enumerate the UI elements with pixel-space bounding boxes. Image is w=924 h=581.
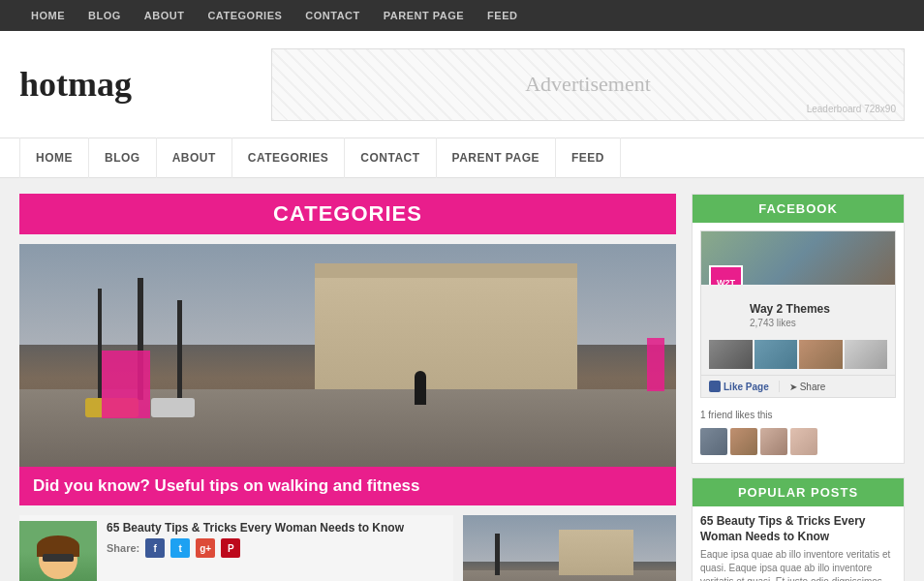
tree-2	[177, 300, 182, 401]
featured-image-bg	[19, 244, 676, 467]
ad-text: Advertisement	[525, 72, 651, 97]
content-area: CATEGORIES	[19, 194, 676, 581]
top-nav-about[interactable]: ABOUT	[133, 10, 197, 21]
facebook-share-icon[interactable]: f	[145, 538, 165, 558]
ad-size-label: Leaderboard 728x90	[807, 104, 896, 114]
fb-friend-img-2	[730, 428, 757, 455]
featured-title[interactable]: Did you know? Useful tips on walking and…	[19, 467, 676, 505]
scene-building	[559, 530, 633, 576]
facebook-cover: W2T	[701, 231, 895, 285]
avatar-illustration	[19, 521, 97, 581]
facebook-images-row	[701, 334, 895, 375]
top-nav-feed[interactable]: FEED	[476, 10, 529, 21]
popular-posts-widget: POPULAR POSTS 65 Beauty Tips & Tricks Ev…	[692, 477, 905, 581]
post-right-image-container	[463, 515, 676, 581]
facebook-like-label: Like Page	[724, 382, 769, 392]
pink-overlay-left	[102, 351, 150, 418]
post-main-left: 65 Beauty Tips & Tricks Every Woman Need…	[19, 515, 453, 581]
post-right-image	[463, 515, 676, 581]
fb-friend-img-4	[790, 428, 817, 455]
facebook-widget-header: FACEBOOK	[693, 195, 904, 223]
pink-overlay-right	[647, 338, 664, 391]
facebook-share-label: Share	[800, 382, 826, 392]
sec-nav-categories[interactable]: CATEGORIES	[232, 138, 345, 178]
facebook-likes-count: 2,743 likes	[701, 318, 895, 334]
top-nav-categories[interactable]: CATEGORIES	[196, 10, 293, 21]
avatar-glasses	[43, 554, 74, 562]
sec-nav-contact[interactable]: CONTACT	[345, 138, 436, 178]
fb-img-1	[709, 340, 753, 369]
twitter-share-icon[interactable]: t	[170, 538, 190, 558]
post-content: 65 Beauty Tips & Tricks Every Woman Need…	[107, 521, 453, 581]
pinterest-share-icon[interactable]: P	[221, 538, 240, 558]
facebook-share-button[interactable]: ➤ Share	[789, 382, 826, 392]
gplus-share-icon[interactable]: g+	[196, 538, 215, 558]
top-nav-contact[interactable]: CONTACT	[293, 10, 371, 21]
categories-heading: CATEGORIES	[19, 194, 676, 234]
site-header: hotmag Advertisement Leaderboard 728x90	[0, 31, 924, 138]
facebook-friends-images	[693, 424, 904, 463]
popular-post-excerpt-1: Eaque ipsa quae ab illo inventore verita…	[700, 548, 896, 581]
share-label: Share:	[107, 542, 139, 554]
site-logo: hotmag	[19, 64, 271, 105]
facebook-like-icon	[709, 381, 721, 392]
facebook-like-button[interactable]: Like Page	[709, 381, 780, 392]
popular-post-item-1: 65 Beauty Tips & Tricks Every Woman Need…	[693, 506, 904, 581]
post-below-featured: 65 Beauty Tips & Tricks Every Woman Need…	[19, 515, 676, 581]
sec-nav-blog[interactable]: BLOG	[89, 138, 157, 178]
featured-post: Did you know? Useful tips on walking and…	[19, 244, 676, 505]
scene-tree	[495, 534, 500, 575]
top-nav-parent-page[interactable]: PARENT PAGE	[372, 10, 476, 21]
facebook-actions: Like Page ➤ Share	[701, 375, 895, 397]
share-bar: Share: f t g+ P	[107, 538, 453, 558]
advertisement-banner: Advertisement Leaderboard 728x90	[271, 48, 905, 121]
building-bg	[315, 278, 577, 401]
fb-friend-img-1	[700, 428, 727, 455]
facebook-friend-text: 1 friend likes this	[693, 406, 904, 424]
avatar-head	[39, 540, 77, 579]
car-2	[151, 398, 195, 417]
featured-image	[19, 244, 676, 467]
top-nav-blog[interactable]: BLOG	[77, 10, 133, 21]
fb-img-3	[799, 340, 843, 369]
facebook-preview: W2T Way 2 Themes 2,743 likes Like Page	[700, 230, 896, 398]
post-item-small: 65 Beauty Tips & Tricks Every Woman Need…	[19, 515, 453, 581]
sec-nav-feed[interactable]: FEED	[556, 138, 621, 178]
popular-post-text-1: 65 Beauty Tips & Tricks Every Woman Need…	[700, 514, 896, 581]
fb-friend-img-3	[760, 428, 787, 455]
sec-nav-home[interactable]: HOME	[19, 138, 89, 178]
post-title-link[interactable]: 65 Beauty Tips & Tricks Every Woman Need…	[107, 521, 453, 535]
sec-nav-parent-page[interactable]: PARENT PAGE	[437, 138, 556, 178]
main-content: CATEGORIES	[0, 178, 924, 581]
sec-nav-about[interactable]: ABOUT	[157, 138, 232, 178]
top-navigation: HOME BLOG ABOUT CATEGORIES CONTACT PAREN…	[0, 0, 924, 31]
popular-posts-header: POPULAR POSTS	[693, 478, 904, 506]
person-silhouette	[415, 371, 426, 405]
top-nav-home[interactable]: HOME	[19, 10, 77, 21]
facebook-page-logo: W2T	[709, 265, 743, 285]
facebook-page-name: Way 2 Themes	[701, 285, 895, 318]
sidebar: FACEBOOK W2T Way 2 Themes 2,743 likes	[692, 194, 905, 581]
secondary-navigation: HOME BLOG ABOUT CATEGORIES CONTACT PAREN…	[0, 138, 924, 178]
fb-img-4	[845, 340, 888, 369]
facebook-widget: FACEBOOK W2T Way 2 Themes 2,743 likes	[692, 194, 905, 464]
facebook-share-arrow-icon: ➤	[789, 382, 797, 392]
fb-img-2	[755, 340, 798, 369]
post-thumbnail	[19, 521, 97, 581]
popular-post-title-1[interactable]: 65 Beauty Tips & Tricks Every Woman Need…	[700, 514, 896, 544]
